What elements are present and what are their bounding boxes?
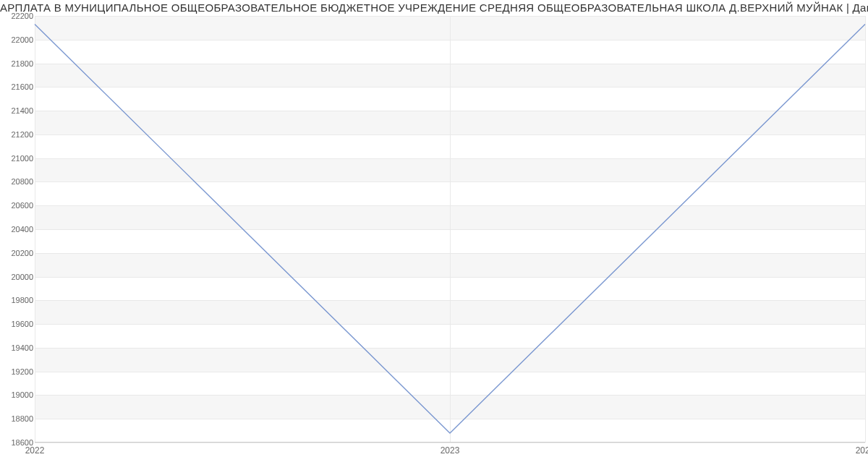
y-tick-label: 19400: [11, 343, 33, 352]
line-svg: [35, 16, 865, 443]
y-tick-label: 21400: [11, 106, 33, 115]
y-tick-label: 18800: [11, 414, 33, 423]
y-tick-label: 22000: [11, 35, 33, 44]
vgrid-line: [865, 16, 866, 443]
y-tick-label: 20800: [11, 177, 33, 186]
grid-line: [35, 443, 865, 443]
y-tick-label: 19000: [11, 390, 33, 399]
chart-title: АРПЛАТА В МУНИЦИПАЛЬНОЕ ОБЩЕОБРАЗОВАТЕЛЬ…: [0, 1, 868, 14]
x-tick-label: 2022: [25, 445, 45, 456]
chart-container: АРПЛАТА В МУНИЦИПАЛЬНОЕ ОБЩЕОБРАЗОВАТЕЛЬ…: [0, 0, 868, 470]
x-tick-label: 2024: [856, 445, 868, 456]
y-tick-label: 21800: [11, 59, 33, 68]
y-tick-label: 21200: [11, 130, 33, 139]
y-tick-label: 22200: [11, 12, 33, 20]
y-tick-label: 21600: [11, 82, 33, 91]
plot-area: [35, 16, 865, 443]
y-tick-label: 19800: [11, 296, 33, 304]
y-tick-label: 20400: [11, 225, 33, 234]
y-tick-label: 20200: [11, 249, 33, 257]
y-tick-label: 21000: [11, 154, 33, 163]
y-tick-label: 19600: [11, 320, 33, 328]
series-line: [35, 24, 865, 432]
y-tick-label: 19200: [11, 367, 33, 376]
y-tick-label: 20600: [11, 201, 33, 210]
y-tick-label: 20000: [11, 273, 33, 281]
x-tick-label: 2023: [441, 445, 460, 456]
